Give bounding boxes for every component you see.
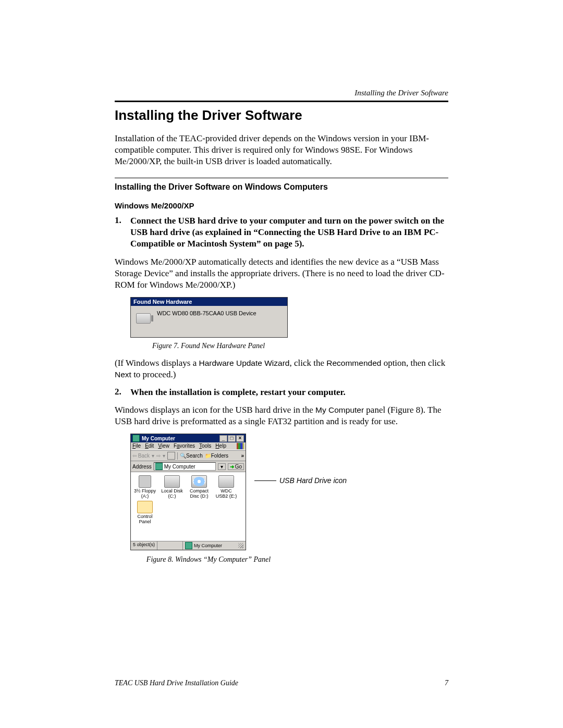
page-number: 7 <box>445 679 448 687</box>
address-bar: Address My Computer ▾ ➜Go <box>131 461 246 472</box>
status-location: My Computer <box>194 543 222 548</box>
drive-usb-e[interactable]: WDC USB2 (E:) <box>214 475 238 499</box>
status-bar: 5 object(s) My Computer <box>131 541 246 550</box>
device-name: WDC WD80 0BB-75CAA0 USB Device <box>157 310 256 316</box>
term-next: Next <box>115 370 131 379</box>
afterfig7-pre: (If Windows displays a <box>115 358 199 368</box>
figure-7-caption: Figure 7. Found New Hardware Panel <box>130 342 287 350</box>
up-button[interactable] <box>167 452 175 460</box>
status-object-count: 5 object(s) <box>131 541 157 550</box>
forward-dropdown[interactable]: ▾ <box>163 453 165 459</box>
cd-icon <box>191 475 207 488</box>
term-hardware-update-wizard: Hardware Update Wizard <box>199 359 289 367</box>
status-icon <box>185 542 192 549</box>
floppy-icon <box>139 475 151 488</box>
control-panel-item[interactable]: Control Panel <box>133 501 157 524</box>
drive-label: Local Disk (C:) <box>160 489 184 499</box>
step-1-title: Connect the USB hard drive to your compu… <box>130 216 444 249</box>
back-dropdown[interactable]: ▾ <box>152 453 154 459</box>
afterfig7-post: to proceed.) <box>131 369 176 379</box>
step-1-number: 1. <box>115 215 130 250</box>
folders-button[interactable]: 📁Folders <box>205 453 228 459</box>
figure-8-caption: Figure 8. Windows “My Computer” Panel <box>130 556 287 564</box>
address-dropdown[interactable]: ▾ <box>218 463 226 470</box>
menu-view[interactable]: View <box>158 443 169 449</box>
step-2-title: When the installation is complete, resta… <box>130 387 346 397</box>
windows-flag-icon <box>237 443 244 449</box>
section-heading: Installing the Driver Software on Window… <box>115 182 448 192</box>
step-2: 2. When the installation is complete, re… <box>115 387 448 398</box>
drive-label: 3½ Floppy (A:) <box>133 489 157 499</box>
page-title: Installing the Driver Software <box>115 107 448 124</box>
drive-label: WDC USB2 (E:) <box>214 489 238 499</box>
toolbar-chevron[interactable]: » <box>241 453 244 459</box>
running-header: Installing the Driver Software <box>115 89 448 97</box>
dialog-titlebar: Found New Hardware <box>131 298 287 306</box>
subsection-heading: Windows Me/2000/XP <box>115 201 448 210</box>
control-panel-icon <box>137 501 153 513</box>
term-recommended: Recommended <box>326 359 381 367</box>
step-2-body: Windows displays an icon for the USB har… <box>115 404 448 427</box>
menu-file[interactable]: File <box>132 443 141 449</box>
my-computer-window: My Computer _□× File Edit View Favorites… <box>130 434 246 550</box>
close-button[interactable]: × <box>236 435 244 442</box>
forward-button[interactable]: ⇨ <box>156 453 161 459</box>
menu-tools[interactable]: Tools <box>199 443 211 449</box>
address-label: Address <box>132 464 152 470</box>
client-area: 3½ Floppy (A:) Local Disk (C:) Compact D… <box>131 472 246 541</box>
address-value: My Computer <box>164 464 195 470</box>
address-icon <box>155 463 163 470</box>
menu-favorites[interactable]: Favorites <box>174 443 195 449</box>
resize-grip[interactable] <box>238 543 243 548</box>
drive-label: Compact Disc (D:) <box>187 489 211 499</box>
menu-help[interactable]: Help <box>215 443 226 449</box>
callout-usb-icon: USB Hard Drive icon <box>254 476 347 485</box>
usb-hdd-icon <box>218 475 234 488</box>
footer-title: TEAC USB Hard Drive Installation Guide <box>115 679 238 687</box>
toolbar: ⇦ Back ▾ ⇨ ▾ 🔍Search 📁Folders » <box>131 450 246 461</box>
maximize-button[interactable]: □ <box>228 435 236 442</box>
step-2-number: 2. <box>115 387 130 398</box>
back-button[interactable]: ⇦ Back <box>132 453 150 459</box>
intro-paragraph: Installation of the TEAC-provided driver… <box>115 133 448 167</box>
afterfig7-mid1: , click the <box>289 358 326 368</box>
minimize-button[interactable]: _ <box>219 435 227 442</box>
page-footer: TEAC USB Hard Drive Installation Guide 7 <box>115 679 448 687</box>
rule-top <box>115 101 448 102</box>
status-spacer <box>157 541 183 550</box>
drive-label: Control Panel <box>133 514 157 524</box>
go-button[interactable]: ➜Go <box>228 463 244 470</box>
menu-edit[interactable]: Edit <box>145 443 154 449</box>
menu-bar: File Edit View Favorites Tools Help <box>131 442 246 450</box>
drive-local-c[interactable]: Local Disk (C:) <box>160 475 184 499</box>
step2-pre: Windows displays an icon for the USB har… <box>115 405 315 415</box>
drive-cd-d[interactable]: Compact Disc (D:) <box>187 475 211 499</box>
term-my-computer: My Computer <box>315 405 364 414</box>
step-1: 1. Connect the USB hard drive to your co… <box>115 215 448 250</box>
drive-floppy-a[interactable]: 3½ Floppy (A:) <box>133 475 157 499</box>
window-titlebar[interactable]: My Computer _□× <box>131 434 246 442</box>
afterfig7-mid2: option, then click <box>381 358 445 368</box>
section-rule <box>115 178 448 178</box>
hdd-icon <box>164 475 180 488</box>
found-new-hardware-dialog: Found New Hardware WDC WD80 0BB-75CAA0 U… <box>130 297 288 338</box>
after-fig7-note: (If Windows displays a Hardware Update W… <box>115 357 448 380</box>
callout-text: USB Hard Drive icon <box>279 476 347 485</box>
address-input[interactable]: My Computer <box>154 462 216 471</box>
search-button[interactable]: 🔍Search <box>180 453 203 459</box>
step-1-body: Windows Me/2000/XP automatically detects… <box>115 256 448 291</box>
my-computer-icon <box>132 435 140 442</box>
window-title: My Computer <box>142 436 175 441</box>
hardware-icon <box>136 313 151 324</box>
